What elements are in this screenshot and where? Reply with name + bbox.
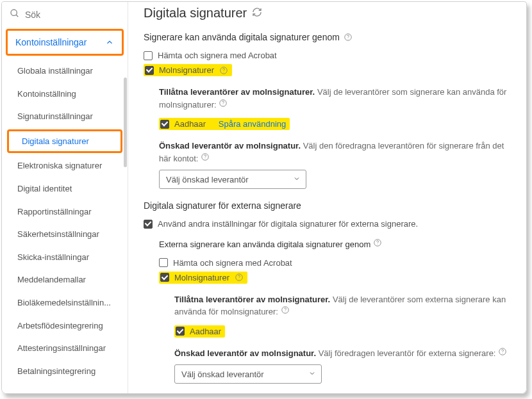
help-icon[interactable] — [219, 66, 228, 75]
sidebar-item-meddelande[interactable]: Meddelandemallar — [2, 268, 128, 291]
help-icon[interactable] — [235, 273, 244, 282]
app-window: Kontoinställningar Globala inställningar… — [1, 1, 527, 394]
chevron-up-icon — [105, 38, 114, 47]
sidebar-item-sakerhet[interactable]: Säkerhetsinställningar — [2, 223, 128, 246]
help-icon[interactable] — [201, 152, 210, 161]
allowed-providers-heading: Tillåtna leverantörer av molnsignaturer.… — [159, 86, 515, 111]
checkbox-use-other-label: Använd andra inställningar för digitala … — [158, 219, 418, 229]
checkbox-aadhaar[interactable]: Aadhaar Spåra användning — [159, 116, 515, 132]
search-icon — [10, 8, 20, 21]
svg-point-9 — [205, 158, 206, 159]
help-icon[interactable] — [219, 99, 228, 108]
chevron-down-icon — [293, 175, 301, 184]
help-icon[interactable] — [281, 305, 290, 314]
svg-point-15 — [285, 311, 285, 312]
checkbox-icon — [160, 273, 169, 282]
help-icon[interactable] — [373, 238, 382, 247]
svg-point-17 — [503, 353, 503, 354]
scrollbar-thumb[interactable] — [124, 77, 127, 167]
checkbox-icon — [159, 258, 168, 267]
chevron-down-icon — [308, 370, 316, 379]
checkbox-ext-cloud-label: Molnsignaturer — [174, 273, 229, 282]
group-external-title: Digitala signaturer för externa signerar… — [144, 200, 515, 211]
sidebar-item-biolakemedel[interactable]: Bioläkemedelsinställnin... — [2, 291, 128, 314]
sidebar-section-label: Kontoinställningar — [15, 37, 87, 47]
checkbox-icon — [144, 51, 153, 60]
select-value: Välj önskad leverantör — [166, 175, 249, 184]
checkbox-icon — [144, 220, 153, 229]
group-signers-title: Signerare kan använda digitala signature… — [144, 32, 515, 42]
sidebar-item-rapport[interactable]: Rapportinställningar — [2, 200, 128, 224]
ext-allowed-title: Tillåtna leverantörer av molnsignaturer. — [174, 295, 330, 304]
track-usage-link[interactable]: Spåra användning — [219, 119, 287, 129]
checkbox-cloud[interactable]: Molnsignaturer — [144, 62, 515, 78]
checkbox-acrobat-label: Hämta och signera med Acrobat — [158, 51, 277, 60]
sidebar-item-globala[interactable]: Globala inställningar — [2, 60, 128, 83]
scrollbar-track — [124, 60, 128, 393]
ext-preferred-heading: Önskad leverantör av molnsignatur. Välj … — [174, 347, 515, 360]
checkbox-cloud-label: Molnsignaturer — [159, 65, 214, 75]
search-input[interactable] — [25, 10, 120, 20]
sidebar-item-skicka[interactable]: Skicka-inställningar — [2, 246, 128, 269]
sidebar-item-konto[interactable]: Kontoinställning — [2, 83, 128, 106]
sidebar-item-betalning[interactable]: Betalningsintegrering — [2, 360, 128, 383]
checkbox-icon — [160, 120, 169, 129]
refresh-icon[interactable] — [252, 7, 262, 19]
preferred-provider-select[interactable]: Välj önskad leverantör — [159, 170, 306, 189]
group-external: Digitala signaturer för externa signerar… — [144, 200, 515, 384]
sidebar-item-elektroniska[interactable]: Elektroniska signaturer — [2, 154, 128, 177]
checkbox-acrobat[interactable]: Hämta och signera med Acrobat — [144, 49, 515, 62]
ext-preferred-title: Önskad leverantör av molnsignatur. — [174, 348, 316, 358]
sidebar-item-attestering[interactable]: Attesteringsinställningar — [2, 337, 128, 360]
sidebar-nav: Globala inställningar Kontoinställning S… — [2, 60, 128, 393]
checkbox-ext-aadhaar-label: Aadhaar — [190, 327, 221, 336]
checkbox-ext-aadhaar[interactable]: Aadhaar — [174, 323, 515, 339]
svg-point-5 — [224, 72, 224, 72]
sidebar-item-arbetsflode[interactable]: Arbetsflödesintegrering — [2, 314, 128, 338]
checkbox-use-other[interactable]: Använd andra inställningar för digitala … — [144, 217, 515, 231]
svg-point-3 — [347, 38, 348, 39]
search-field[interactable] — [2, 2, 128, 26]
help-icon[interactable] — [498, 347, 507, 356]
help-icon[interactable] — [344, 33, 353, 42]
external-sub-title-text: Externa signerare kan använda digitala s… — [159, 240, 370, 249]
group-signers: Signerare kan använda digitala signature… — [144, 32, 515, 189]
checkbox-icon — [145, 66, 154, 75]
select-value: Välj önskad leverantör — [181, 370, 264, 379]
svg-point-13 — [239, 279, 240, 279]
sidebar-item-digital-identitet[interactable]: Digital identitet — [2, 177, 128, 200]
checkbox-aadhaar-label: Aadhaar — [174, 119, 206, 129]
svg-line-1 — [16, 15, 18, 17]
preferred-provider-heading: Önskad leverantör av molnsignatur. Välj … — [159, 140, 515, 165]
checkbox-ext-cloud[interactable]: Molnsignaturer — [159, 270, 515, 286]
sidebar-item-digitala-signaturer[interactable]: Digitala signaturer — [7, 129, 122, 154]
sidebar-section-kontoinstallningar[interactable]: Kontoinställningar — [6, 29, 124, 56]
svg-point-7 — [223, 104, 224, 105]
checkbox-ext-acrobat-label: Hämta och signera med Acrobat — [173, 258, 292, 268]
ext-preferred-select[interactable]: Välj önskad leverantör — [174, 364, 322, 384]
main-content: Digitala signaturer Signerare kan använd… — [128, 2, 526, 393]
group-external-title-text: Digitala signaturer för externa signerar… — [144, 200, 301, 211]
page-title-row: Digitala signaturer — [144, 6, 515, 20]
checkbox-ext-acrobat[interactable]: Hämta och signera med Acrobat — [159, 256, 515, 270]
preferred-provider-title: Önskad leverantör av molnsignatur. — [159, 141, 301, 151]
ext-preferred-desc: Välj föredragen leverantör för externa s… — [319, 348, 496, 358]
sidebar-item-signatur[interactable]: Signaturinställningar — [2, 105, 128, 128]
external-sub-title: Externa signerare kan använda digitala s… — [159, 238, 515, 251]
sidebar: Kontoinställningar Globala inställningar… — [2, 2, 128, 393]
group-signers-title-text: Signerare kan använda digitala signature… — [144, 32, 340, 42]
allowed-providers-title: Tillåtna leverantörer av molnsignaturer. — [159, 87, 315, 97]
svg-point-11 — [377, 244, 378, 245]
checkbox-icon — [176, 327, 185, 336]
page-title: Digitala signaturer — [144, 6, 247, 20]
svg-point-0 — [11, 10, 17, 15]
ext-allowed-heading: Tillåtna leverantörer av molnsignaturer.… — [174, 293, 515, 318]
